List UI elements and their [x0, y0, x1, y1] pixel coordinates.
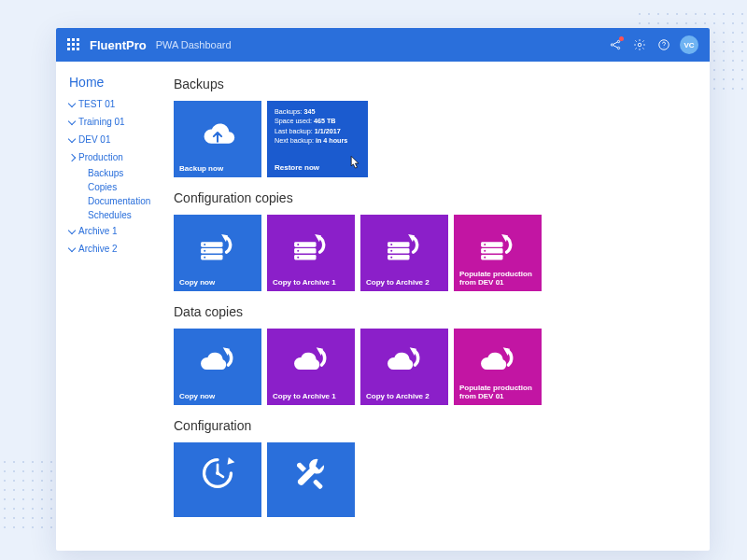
- cloud-copy-icon: [454, 336, 542, 385]
- titlebar: FluentPro PWA Dashboard VC: [56, 28, 710, 62]
- server-copy-icon: [174, 222, 261, 271]
- tile-tools[interactable]: [267, 442, 355, 517]
- tile-backup-now[interactable]: Backup now: [174, 101, 261, 177]
- svg-point-11: [204, 257, 205, 259]
- tile-data-copy-archive-2[interactable]: Copy to Archive 2: [360, 329, 448, 405]
- user-avatar[interactable]: VC: [680, 35, 698, 54]
- nav-production[interactable]: Production: [69, 148, 157, 166]
- nav-production-schedules[interactable]: Schedules: [88, 208, 157, 222]
- svg-point-16: [297, 250, 299, 252]
- cloud-copy-icon: [267, 336, 355, 385]
- svg-point-21: [390, 244, 392, 245]
- tile-label: Copy to Archive 1: [273, 278, 349, 287]
- section-title-configuration: Configuration: [174, 418, 695, 433]
- notification-dot-icon: [619, 36, 624, 41]
- nav-training-01[interactable]: Training 01: [69, 113, 157, 131]
- cloud-copy-icon: [360, 336, 448, 385]
- cloud-upload-icon: [174, 108, 261, 157]
- server-copy-icon: [360, 222, 448, 271]
- nav-production-copies[interactable]: Copies: [88, 180, 157, 194]
- app-launcher-icon[interactable]: [67, 38, 80, 51]
- svg-point-17: [297, 257, 299, 259]
- nav-production-backups[interactable]: Backups: [88, 166, 157, 180]
- server-copy-icon: [267, 222, 355, 271]
- help-icon[interactable]: [652, 33, 676, 57]
- svg-point-22: [390, 250, 392, 252]
- sidebar: Home TEST 01 Training 01 DEV 01 Producti…: [56, 62, 166, 551]
- tile-data-populate-production[interactable]: Populate production from DEV 01: [454, 329, 542, 405]
- svg-point-10: [204, 250, 205, 252]
- nav-archive-1[interactable]: Archive 1: [69, 222, 157, 240]
- tile-label: Copy to Archive 2: [366, 278, 443, 287]
- svg-point-9: [204, 244, 205, 245]
- nav-production-documentation[interactable]: Documentation: [88, 194, 157, 208]
- svg-point-23: [390, 257, 392, 259]
- section-title-data-copies: Data copies: [174, 304, 695, 319]
- tile-label: Copy to Archive 2: [366, 392, 443, 400]
- section-title-config-copies: Configuration copies: [174, 190, 695, 205]
- settings-gear-icon[interactable]: [627, 33, 652, 57]
- section-title-backups: Backups: [174, 77, 695, 91]
- svg-point-28: [484, 250, 486, 252]
- svg-point-5: [664, 48, 665, 49]
- svg-point-3: [638, 43, 641, 47]
- tile-restore-now[interactable]: Backups: 345 Space used: 465 TB Last bac…: [267, 101, 368, 177]
- nav-home[interactable]: Home: [69, 75, 157, 90]
- share-icon[interactable]: [603, 33, 627, 57]
- main-content: Backups Backup now Backups: 345 Space us…: [166, 62, 710, 551]
- page-subtitle: PWA Dashboard: [156, 39, 232, 50]
- tile-label: Backup now: [179, 164, 256, 173]
- tile-data-copy-now[interactable]: Copy now: [174, 329, 261, 405]
- tile-copy-now[interactable]: Copy now: [174, 215, 261, 291]
- tools-icon: [267, 450, 355, 497]
- schedule-clock-icon: [174, 450, 261, 497]
- tile-label: Copy to Archive 1: [273, 392, 349, 400]
- brand-name: FluentPro: [90, 38, 147, 52]
- nav-production-children: Backups Copies Documentation Schedules: [69, 166, 157, 222]
- svg-point-15: [297, 244, 299, 245]
- tile-label: Copy now: [179, 278, 256, 287]
- backup-stats: Backups: 345 Space used: 465 TB Last bac…: [267, 101, 368, 147]
- svg-rect-31: [313, 479, 323, 489]
- tile-data-copy-archive-1[interactable]: Copy to Archive 1: [267, 329, 355, 405]
- svg-point-27: [484, 244, 486, 245]
- nav-dev-01[interactable]: DEV 01: [69, 131, 157, 148]
- app-window: FluentPro PWA Dashboard VC Home TEST 01 …: [56, 28, 710, 551]
- server-copy-icon: [454, 222, 542, 271]
- tile-label: Copy now: [179, 392, 256, 400]
- nav-archive-2[interactable]: Archive 2: [69, 240, 157, 258]
- pointer-cursor-icon: [347, 155, 360, 170]
- tile-label: Restore now: [275, 163, 319, 172]
- tile-schedule[interactable]: [174, 442, 261, 517]
- tile-populate-production[interactable]: Populate production from DEV 01: [454, 215, 542, 291]
- tile-label: Populate production from DEV 01: [459, 270, 536, 287]
- svg-point-29: [484, 257, 486, 259]
- nav-test-01[interactable]: TEST 01: [69, 95, 157, 113]
- cloud-copy-icon: [174, 336, 261, 385]
- tile-label: Populate production from DEV 01: [459, 384, 536, 400]
- tile-copy-archive-2[interactable]: Copy to Archive 2: [360, 215, 448, 291]
- svg-point-0: [611, 44, 613, 46]
- tile-copy-archive-1[interactable]: Copy to Archive 1: [267, 215, 355, 291]
- svg-point-2: [617, 47, 619, 49]
